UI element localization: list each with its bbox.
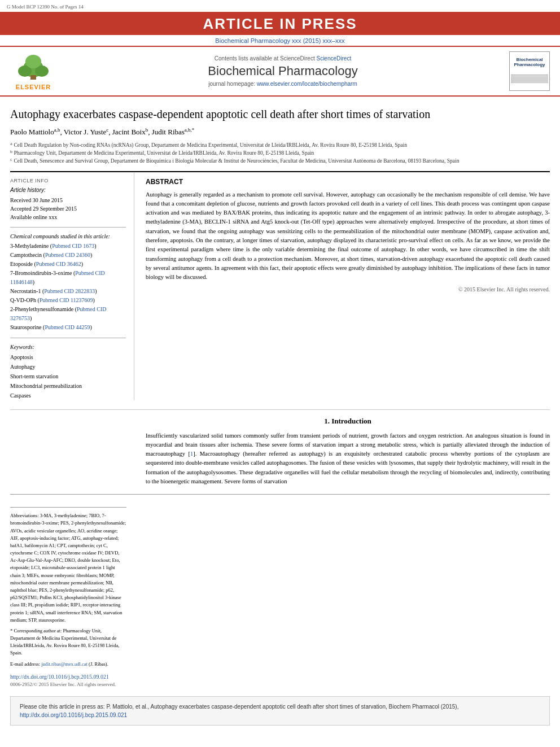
affiliations: ᵃ Cell Death Regulation by Non-coding RN… — [10, 141, 550, 165]
affiliation-c: ᶜ Cell Death, Senescence and Survival Gr… — [10, 157, 550, 165]
abstract-title: ABSTRACT — [146, 178, 550, 186]
affiliation-a: ᵃ Cell Death Regulation by Non-coding RN… — [10, 141, 550, 149]
main-content: Autophagy exacerbates caspase-dependent … — [0, 107, 560, 726]
abstract-text: Autophagy is generally regarded as a mec… — [146, 190, 550, 282]
bp-logo-text: BiochemicalPharmacology — [514, 58, 545, 68]
chemical-list: 3-Methyladenine (Pubmed CID 1673) Campto… — [10, 242, 126, 332]
journal-title: Biochemical Pharmacology — [64, 64, 501, 78]
keyword-1: Apoptosis — [10, 352, 126, 362]
doi-line: http://dx.doi.org/10.1016/j.bcp.2015.09.… — [10, 674, 550, 680]
intro-left-spacer — [10, 417, 134, 487]
keyword-3: Short-term starvation — [10, 372, 126, 381]
article-info-column: ARTICLE INFO Article history: Received 3… — [10, 172, 134, 400]
elsevier-wordmark: ELSEVIER — [16, 84, 51, 90]
keyword-5: Caspases — [10, 391, 126, 400]
introduction-content: 1. Introduction Insufficiently vasculari… — [146, 417, 550, 487]
available-date: Available online xxx — [10, 213, 126, 221]
intro-heading: 1. Introduction — [146, 417, 550, 426]
citation-doi-link[interactable]: http://dx.doi.org/10.1016/j.bcp.2015.09.… — [20, 712, 127, 718]
footnotes-right — [146, 499, 550, 667]
bp-logo-lines — [510, 67, 549, 84]
journal-homepage: journal homepage: www.elsevier.com/locat… — [64, 81, 501, 87]
citation-notice: Please cite this article in press as: P.… — [10, 696, 550, 726]
two-column-section: ARTICLE INFO Article history: Received 3… — [10, 171, 550, 400]
footnotes-left: Abbreviations: 3-MA, 3-methyladenine; 7B… — [10, 499, 134, 667]
email-link[interactable]: judit.ribas@mex.udl.cat — [41, 661, 88, 667]
article-in-press-banner: ARTICLE IN PRESS — [0, 12, 560, 35]
chemical-item-2: Camptothecin (Pubmed CID 24360) — [10, 251, 126, 260]
svg-rect-5 — [30, 75, 36, 80]
bp-logo-box: BiochemicalPharmacology — [509, 51, 550, 91]
affiliation-b: ᵇ Pharmacology Unit, Departament de Medi… — [10, 149, 550, 157]
journal-subtitle: Biochemical Pharmacology xxx (2015) xxx–… — [0, 37, 560, 44]
chemical-item-3: Etoposide (Pubmed CID 36462) — [10, 260, 126, 269]
keyword-2: Autophagy — [10, 362, 126, 372]
doi-link[interactable]: http://dx.doi.org/10.1016/j.bcp.2015.09.… — [10, 674, 109, 680]
chemical-compounds-label: Chemical compounds studied in this artic… — [10, 233, 126, 239]
header-top: G Model BCP 12390 No. of Pages 14 — [0, 0, 560, 12]
issn-line: 0006-2952/© 2015 Elsevier Inc. All right… — [10, 682, 550, 687]
gmodel-info: G Model BCP 12390 No. of Pages 14 — [7, 3, 84, 11]
journal-logo-right: BiochemicalPharmacology — [507, 51, 552, 91]
elsevier-logo: ELSEVIER — [8, 51, 59, 90]
keywords-label: Keywords: — [10, 344, 126, 350]
article-title: Autophagy exacerbates caspase-dependent … — [10, 107, 550, 121]
divider-1 — [10, 227, 126, 228]
sciencedirect-link[interactable]: ScienceDirect — [316, 55, 351, 62]
chemical-item-4: 7-Bromoindirubin-3-oxime (Pubmed CID 118… — [10, 269, 126, 287]
keyword-4: Mitochondrial permeabilization — [10, 381, 126, 391]
article-history-label: Article history: — [10, 187, 126, 193]
email-line: E-mail address: judit.ribas@mex.udl.cat … — [10, 661, 126, 668]
divider-2 — [10, 338, 126, 338]
chemical-item-5: Necrostatin-1 (Pubmed CID 2822833) — [10, 287, 126, 296]
journal-header: ELSEVIER Contents lists available at Sci… — [0, 46, 560, 97]
intro-paragraph-1: Insufficiently vascularized solid tumors… — [146, 431, 550, 487]
corresponding-author: * Corresponding author at: Pharmacology … — [10, 627, 126, 657]
journal-center: Contents lists available at ScienceDirec… — [64, 55, 501, 87]
abbreviations-text: Abbreviations: 3-MA, 3-methyladenine; 7B… — [10, 507, 126, 624]
footnotes-section: Abbreviations: 3-MA, 3-methyladenine; 7B… — [10, 494, 550, 667]
received-date: Received 30 June 2015 — [10, 196, 126, 204]
chemical-item-1: 3-Methyladenine (Pubmed CID 1673) — [10, 242, 126, 251]
introduction-section: 1. Introduction Insufficiently vasculari… — [10, 409, 550, 487]
page: G Model BCP 12390 No. of Pages 14 ARTICL… — [0, 0, 560, 747]
abstract-column: ABSTRACT Autophagy is generally regarded… — [146, 172, 550, 400]
chemical-item-7: 2-Phenylethynesulfonamide (Pubmed CID 32… — [10, 305, 126, 323]
authors-line: Paolo Mattioloa,b, Victor J. Yustec, Jac… — [10, 127, 550, 137]
journal-subtitle-link[interactable]: Biochemical Pharmacology xxx (2015) xxx–… — [215, 37, 344, 44]
svg-point-4 — [25, 55, 41, 68]
accepted-date: Accepted 29 September 2015 — [10, 204, 126, 213]
chemical-item-8: Staurosporine (Pubmed CID 44259) — [10, 323, 126, 332]
article-info-label: ARTICLE INFO — [10, 178, 126, 184]
homepage-link[interactable]: www.elsevier.com/locate/biochempharm — [257, 81, 357, 87]
elsevier-tree-icon — [11, 51, 56, 82]
ref-1[interactable]: 1 — [190, 451, 193, 457]
keywords-list: Apoptosis Autophagy Short-term starvatio… — [10, 352, 126, 400]
contents-line: Contents lists available at ScienceDirec… — [64, 55, 501, 62]
copyright-line: © 2015 Elsevier Inc. All rights reserved… — [146, 286, 550, 292]
chemical-item-6: Q-VD-OPh (Pubmed CID 11237609) — [10, 296, 126, 305]
